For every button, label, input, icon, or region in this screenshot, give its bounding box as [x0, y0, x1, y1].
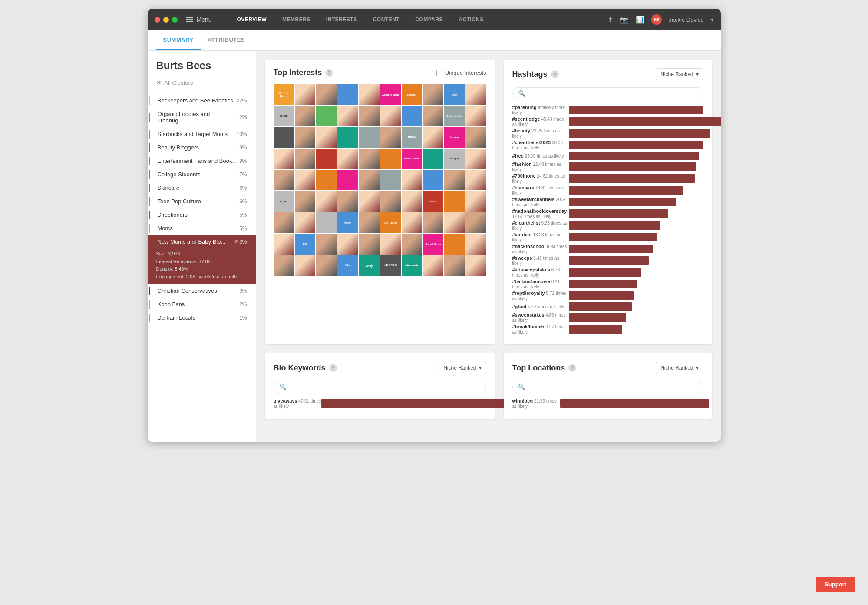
- cluster-interest-relevance: Interest Relevance: 37.88: [156, 258, 247, 266]
- bar-row: #sweepstakes 4.86 times as likely: [512, 312, 703, 323]
- interest-image: [444, 191, 465, 212]
- hashtag-label: #break4busch: [512, 324, 545, 329]
- chevron-down-icon: ▾: [696, 365, 699, 371]
- interest-image: [274, 234, 294, 254]
- bar-row: #parenting Infinitely more likely: [512, 105, 703, 115]
- interest-image: [359, 127, 379, 147]
- interest-image: [359, 191, 379, 212]
- cluster-name: Starbucks and Target Moms: [158, 131, 237, 137]
- all-clusters-item[interactable]: ✕ All Clusters: [148, 76, 256, 89]
- bar-row: #700inone 24.62 times as likely: [512, 173, 703, 184]
- top-locations-title: Top Locations ?: [512, 364, 577, 373]
- bar-fill: [569, 198, 676, 206]
- interest-image: [359, 149, 379, 169]
- bio-keywords-search-bar[interactable]: 🔍: [274, 381, 486, 393]
- interest-image: [274, 255, 294, 276]
- maximize-button[interactable]: [172, 17, 178, 23]
- cluster-item[interactable]: Christian Conservatives 3%: [148, 284, 256, 298]
- bio-keywords-help-icon[interactable]: ?: [329, 364, 337, 372]
- nav-tab-overview[interactable]: OVERVIEW: [229, 17, 274, 23]
- cluster-pct: 3%: [239, 239, 247, 245]
- bar-fill: [569, 313, 626, 322]
- unique-interests-toggle[interactable]: Unique Interests: [436, 69, 486, 76]
- top-locations-dropdown[interactable]: Niche Ranked ▾: [656, 362, 703, 374]
- cluster-item[interactable]: Teen Pop Culture 6%: [148, 195, 256, 208]
- cluster-item[interactable]: Directioners 5%: [148, 208, 256, 222]
- nav-tab-members[interactable]: MEMBERS: [274, 17, 318, 23]
- cluster-item[interactable]: Skincare 6%: [148, 181, 256, 195]
- bar-row: #backtoschool 8.93 times as likely: [512, 244, 703, 254]
- cluster-item[interactable]: Starbucks and Target Moms 10%: [148, 127, 256, 141]
- subnav-tab-summary[interactable]: SUMMARY: [156, 30, 201, 50]
- user-name: Jackie Davies: [669, 17, 703, 23]
- bar-fill: [569, 221, 660, 230]
- cluster-color-indicator: [149, 211, 150, 219]
- minimize-button[interactable]: [163, 17, 169, 23]
- top-locations-search-bar[interactable]: 🔍: [512, 381, 703, 393]
- interest-image: [274, 212, 294, 233]
- cluster-item[interactable]: Organic Foodies and Treehug... 12%: [148, 107, 256, 127]
- cluster-item[interactable]: Moms 5%: [148, 222, 256, 235]
- hashtag-label: #free: [512, 153, 524, 159]
- nav-tab-compare[interactable]: COMPARE: [407, 17, 451, 23]
- subnav-tab-attributes[interactable]: ATTRIBUTES: [201, 30, 252, 50]
- cluster-color-indicator: [149, 113, 150, 122]
- interest-image: SBm: [337, 255, 358, 276]
- chart-icon[interactable]: 📊: [636, 16, 644, 24]
- bio-keywords-dropdown-label: Niche Ranked: [443, 365, 476, 371]
- hashtags-help-icon[interactable]: ?: [551, 70, 559, 78]
- bio-bar-fill: [321, 399, 513, 408]
- interest-image: [423, 212, 443, 233]
- cluster-color-indicator: [149, 224, 150, 233]
- share-icon[interactable]: ⬆: [607, 16, 613, 24]
- interest-image: [423, 127, 443, 147]
- cluster-item[interactable]: College Students 7%: [148, 168, 256, 181]
- cluster-item[interactable]: Durham Locals 1%: [148, 311, 256, 324]
- interest-image: [316, 170, 337, 190]
- interest-image: [359, 234, 379, 254]
- interest-image: blogger: [402, 84, 422, 105]
- interest-image: Purex: [337, 212, 358, 233]
- interest-image: [337, 191, 358, 212]
- interest-image: [402, 191, 422, 212]
- interest-image: [465, 191, 486, 212]
- cluster-pct: 9%: [239, 145, 247, 151]
- hashtag-label: #gfuel: [512, 304, 526, 309]
- cluster-name: Entertainment Fans and Book...: [158, 158, 240, 164]
- interest-image: Budget: [444, 149, 465, 169]
- nav-tab-content[interactable]: CONTENT: [365, 17, 408, 23]
- cluster-item[interactable]: Beekeepers and Bee Fanatics 22%: [148, 94, 256, 107]
- hashtags-search-bar[interactable]: 🔍: [512, 87, 703, 99]
- cluster-color-indicator: [149, 300, 150, 309]
- bar-row: #sweetairchannels 20.24 times as likely: [512, 197, 703, 207]
- cluster-item-active[interactable]: New Moms and Baby Blo... ⚙ 3%: [148, 235, 256, 248]
- close-button[interactable]: [155, 17, 160, 23]
- nav-tab-interests[interactable]: INTERESTS: [318, 17, 365, 23]
- hashtag-label: #reptileroyalty: [512, 291, 545, 296]
- card-header: Top Interests ? Unique Interests: [274, 68, 486, 77]
- interest-image: Social Moms: [423, 234, 443, 254]
- hashtags-dropdown[interactable]: Niche Ranked ▾: [656, 68, 703, 80]
- interest-image: [423, 106, 443, 126]
- bio-keywords-dropdown[interactable]: Niche Ranked ▾: [439, 362, 486, 374]
- bar-fill: [569, 302, 632, 311]
- interest-image: [316, 234, 337, 254]
- settings-icon[interactable]: ⚙: [234, 239, 239, 245]
- cluster-name: Beekeepers and Bee Fanatics: [158, 97, 237, 104]
- help-icon[interactable]: ?: [325, 69, 333, 77]
- chevron-down-icon: ▾: [479, 365, 482, 371]
- cluster-item[interactable]: Kpop Fans 2%: [148, 298, 256, 311]
- top-locations-help-icon[interactable]: ?: [568, 364, 576, 372]
- camera-icon[interactable]: 📷: [620, 16, 629, 24]
- chevron-down-icon[interactable]: ▾: [711, 17, 714, 23]
- cluster-name: Beauty Bloggers: [158, 144, 240, 151]
- cluster-item[interactable]: Beauty Bloggers 9%: [148, 141, 256, 154]
- cluster-item[interactable]: Entertainment Fans and Book... 9%: [148, 154, 256, 168]
- unique-interests-checkbox[interactable]: [436, 70, 442, 76]
- interest-image: aden anais: [402, 255, 422, 276]
- traffic-lights: [155, 17, 178, 23]
- top-interests-label: Top Interests: [274, 68, 322, 77]
- bar-fill: [569, 233, 657, 241]
- menu-button[interactable]: Menu: [186, 16, 212, 23]
- nav-tab-actions[interactable]: ACTIONS: [451, 17, 492, 23]
